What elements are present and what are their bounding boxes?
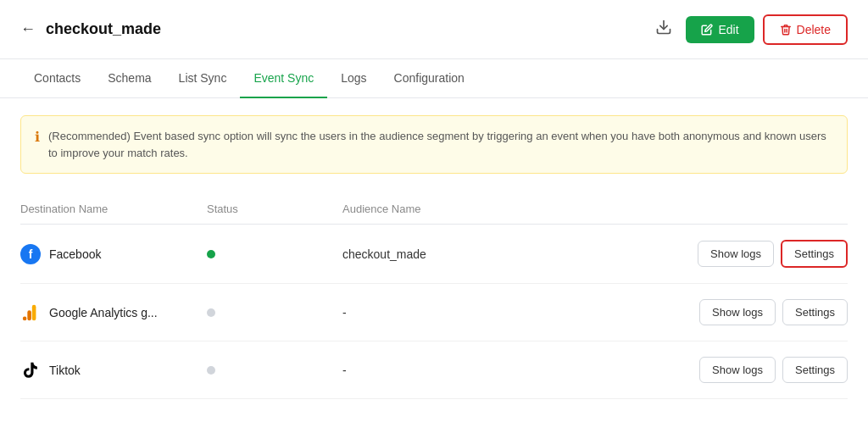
status-dot-inactive-tiktok xyxy=(207,366,215,375)
tab-logs[interactable]: Logs xyxy=(327,59,380,98)
audience-google-analytics: - xyxy=(342,306,699,319)
table-row: Tiktok - Show logs Settings xyxy=(20,341,848,399)
status-google-analytics xyxy=(207,306,342,319)
tab-configuration[interactable]: Configuration xyxy=(381,59,478,98)
status-dot-inactive xyxy=(207,308,215,317)
download-button[interactable] xyxy=(650,14,677,45)
page-header: ← checkout_made Edit xyxy=(0,0,868,59)
svg-rect-2 xyxy=(27,310,31,320)
show-logs-button-facebook[interactable]: Show logs xyxy=(698,241,774,267)
info-banner: ℹ (Recommended) Event based sync option … xyxy=(20,115,848,174)
facebook-icon: f xyxy=(20,244,41,264)
settings-button-tiktok[interactable]: Settings xyxy=(782,357,848,383)
row-actions-tiktok: Show logs Settings xyxy=(699,357,848,383)
show-logs-button-tiktok[interactable]: Show logs xyxy=(699,357,776,383)
status-tiktok xyxy=(207,364,342,377)
row-actions-google-analytics: Show logs Settings xyxy=(699,299,848,325)
tab-list-sync[interactable]: List Sync xyxy=(165,59,241,98)
table-header: Destination Name Status Audience Name xyxy=(20,194,848,225)
banner-text: (Recommended) Event based sync option wi… xyxy=(48,128,833,161)
col-status: Status xyxy=(207,203,342,215)
tab-contacts[interactable]: Contacts xyxy=(20,59,94,98)
settings-button-google-analytics[interactable]: Settings xyxy=(782,299,848,325)
tab-event-sync[interactable]: Event Sync xyxy=(240,59,327,98)
tabs-bar: Contacts Schema List Sync Event Sync Log… xyxy=(0,59,868,98)
destination-name-facebook: Facebook xyxy=(49,247,101,261)
header-left: ← checkout_made xyxy=(20,20,161,38)
tiktok-icon xyxy=(20,360,41,380)
destination-name-google-analytics: Google Analytics g... xyxy=(49,306,158,319)
status-dot-active xyxy=(207,250,215,258)
google-analytics-icon xyxy=(20,303,41,323)
svg-point-3 xyxy=(23,316,27,320)
main-content: ℹ (Recommended) Event based sync option … xyxy=(0,98,868,416)
edit-label: Edit xyxy=(718,23,738,36)
table-row: Google Analytics g... - Show logs Settin… xyxy=(20,284,848,341)
back-button[interactable]: ← xyxy=(20,20,36,38)
edit-button[interactable]: Edit xyxy=(686,16,754,43)
destination-name-tiktok: Tiktok xyxy=(49,364,81,377)
header-actions: Edit Delete xyxy=(650,14,848,45)
destination-cell-tiktok: Tiktok xyxy=(20,360,207,380)
audience-facebook: checkout_made xyxy=(342,247,698,261)
tab-schema[interactable]: Schema xyxy=(94,59,164,98)
col-destination: Destination Name xyxy=(20,203,207,215)
show-logs-button-google-analytics[interactable]: Show logs xyxy=(699,299,776,325)
settings-button-facebook[interactable]: Settings xyxy=(781,240,848,268)
row-actions-facebook: Show logs Settings xyxy=(698,240,848,268)
audience-tiktok: - xyxy=(342,364,699,377)
destination-cell-google-analytics: Google Analytics g... xyxy=(20,303,207,323)
col-audience: Audience Name xyxy=(342,203,848,215)
info-icon: ℹ xyxy=(35,129,40,145)
delete-button[interactable]: Delete xyxy=(763,14,848,45)
page-title: checkout_made xyxy=(46,20,161,38)
delete-label: Delete xyxy=(797,23,831,36)
table-row: f Facebook checkout_made Show logs Setti… xyxy=(20,225,848,284)
svg-rect-1 xyxy=(32,304,36,319)
status-facebook xyxy=(207,247,342,261)
destination-cell-facebook: f Facebook xyxy=(20,244,207,264)
